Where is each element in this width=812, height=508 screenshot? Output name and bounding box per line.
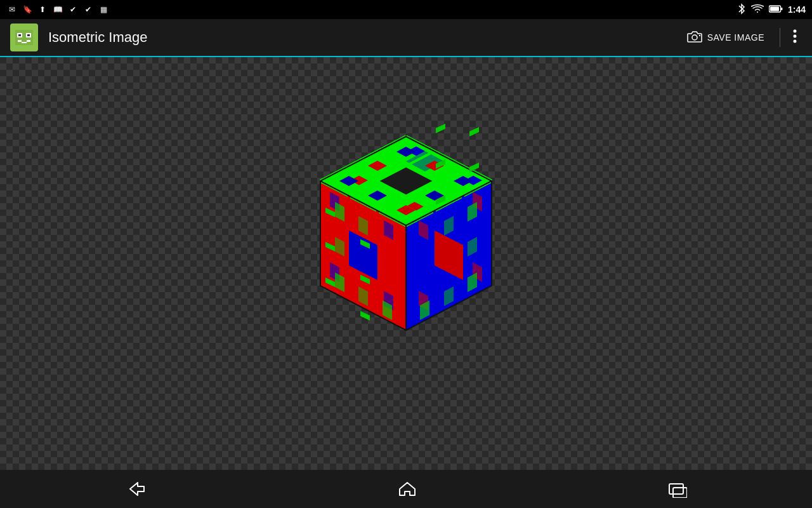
save-image-button[interactable]: SAVE IMAGE [679,25,772,50]
upload-icon: ⬆ [37,5,48,14]
action-divider [780,28,780,47]
svg-rect-34 [669,484,683,494]
left-l2-12 [360,311,370,321]
status-icons-right: 1:44 [737,3,806,17]
svg-rect-1 [770,6,779,11]
battery-icon [769,5,783,15]
save-image-label: SAVE IMAGE [707,32,764,43]
svg-rect-35 [673,488,687,498]
back-button[interactable] [106,474,167,504]
recents-button[interactable] [648,474,706,504]
bookmark-icon: 🔖 [22,5,33,14]
main-content [0,57,812,470]
svg-point-15 [794,34,797,37]
action-bar: Isometric Image SAVE IMAGE [0,19,812,57]
grid-icon: ▦ [98,5,109,14]
status-icons-left: ✉ 🔖 ⬆ 📖 ✔ ✔ ▦ [6,5,109,14]
svg-rect-7 [18,34,21,36]
action-buttons: SAVE IMAGE [679,24,802,51]
svg-point-12 [692,35,697,40]
isometric-cube-svg [279,117,533,410]
status-bar: ✉ 🔖 ⬆ 📖 ✔ ✔ ▦ [0,0,812,19]
svg-rect-2 [781,8,783,10]
cube-container [279,117,533,410]
svg-point-16 [794,39,797,43]
time-display: 1:44 [788,4,806,15]
app-title: Isometric Image [48,29,679,46]
recents-icon [667,480,687,498]
svg-rect-9 [18,40,22,42]
email-icon: ✉ [6,5,18,14]
svg-point-14 [794,29,797,32]
home-icon [397,480,417,498]
home-button[interactable] [378,474,436,504]
task-icon: ✔ [67,5,79,14]
task2-icon: ✔ [82,5,94,14]
bluetooth-icon [737,3,746,17]
app-icon [10,23,38,51]
right-l2-10 [436,124,445,133]
svg-rect-10 [27,40,30,42]
book-icon: 📖 [52,5,63,14]
svg-rect-8 [27,34,30,36]
nav-bar [0,470,812,508]
svg-rect-11 [22,42,27,43]
wifi-icon [751,4,764,16]
right-l2-01 [469,127,479,137]
overflow-menu-button[interactable] [788,24,802,51]
back-icon [125,480,148,498]
camera-icon [687,30,702,45]
svg-rect-13 [699,35,700,36]
